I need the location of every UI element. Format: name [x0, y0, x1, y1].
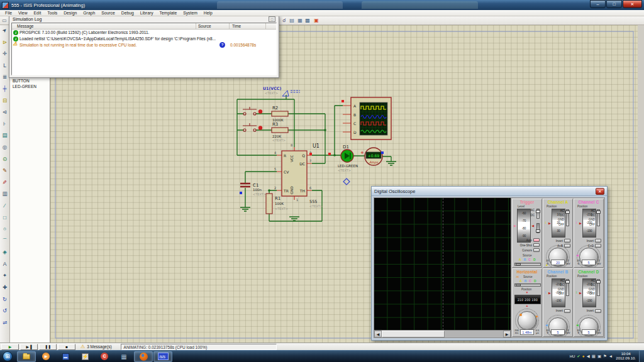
channel-c-invert-button[interactable] [595, 239, 601, 243]
oscilloscope-hscrollbar[interactable]: ◀ ▶ [374, 330, 511, 337]
find-component-icon[interactable]: ☌ [281, 18, 287, 24]
taskbar-winamp[interactable]: ⚡ [75, 351, 94, 362]
pause-button[interactable]: ❚❚ [39, 344, 57, 350]
text-script-icon[interactable]: ≣ [1, 73, 9, 81]
channel-b-coupling-slider[interactable] [566, 279, 569, 296]
generator-mode-icon[interactable]: ⊙ [1, 155, 9, 163]
tray-flag-icon[interactable]: ⚑ [603, 354, 607, 359]
stop-button[interactable]: ■ [58, 344, 75, 350]
tray-update-icon[interactable]: ● [582, 354, 585, 359]
channel-d-volts-per-div[interactable]: 5 [582, 329, 596, 335]
rotate-clockwise-icon[interactable]: ↻ [1, 295, 9, 304]
channel-a-invert-button[interactable] [564, 239, 570, 243]
tray-network-icon[interactable]: ▦ [592, 354, 596, 359]
maximize-button[interactable]: □ [606, 0, 622, 8]
taskbar-calculator[interactable]: ▦ [114, 351, 133, 362]
menu-help[interactable]: Help [201, 11, 216, 15]
component-mode-icon[interactable]: ⊳ [1, 38, 9, 47]
voltage-probe-icon[interactable]: ✎ [1, 167, 9, 175]
timebase-value[interactable]: 1.48m [520, 329, 534, 335]
buses-icon[interactable]: ╪ [1, 85, 9, 93]
oscilloscope-close-icon[interactable]: ✕ [596, 188, 604, 195]
channel-d-coupling-slider[interactable] [597, 279, 600, 296]
subcircuit-icon[interactable]: ⊟ [1, 97, 9, 105]
wire-label-icon[interactable]: L [1, 62, 9, 70]
channel-d-invert-button[interactable] [595, 309, 601, 313]
trigger-coupling-toggle[interactable] [536, 209, 540, 219]
erc-report-icon[interactable]: ▩ [304, 18, 311, 24]
mirror-icon[interactable]: ⇌ [1, 319, 9, 327]
trigger-edge-toggle[interactable] [536, 223, 540, 233]
play-button[interactable]: ▶ [1, 344, 19, 350]
auto-button[interactable] [533, 238, 540, 242]
tray-volume-icon[interactable]: ◀ [587, 354, 590, 359]
taskbar-media-player[interactable]: ▶ [36, 351, 55, 362]
cursors-button[interactable] [533, 248, 540, 252]
object-selector-item-button[interactable]: BUTTON [13, 78, 36, 84]
one-shot-button[interactable] [533, 243, 540, 247]
trigger-source-slider[interactable] [514, 263, 541, 266]
start-button[interactable]: ⊞ [3, 351, 13, 361]
current-probe-icon[interactable]: ✎ [1, 178, 9, 187]
2d-path-icon[interactable]: ◈ [1, 248, 9, 256]
marker-mode-icon[interactable]: ✚ [1, 283, 9, 292]
minimize-button[interactable]: – [590, 0, 606, 8]
2d-arc-icon[interactable]: ⌒ [1, 237, 9, 245]
message-count[interactable]: 3 Message(s) [87, 344, 111, 349]
taskbar-explorer[interactable] [17, 351, 36, 362]
show-desktop-button[interactable] [639, 351, 644, 362]
channel-a-coupling-slider[interactable] [566, 209, 569, 226]
menu-file[interactable]: File [2, 11, 15, 15]
column-source[interactable]: Source [198, 24, 211, 28]
channel-c-volts-per-div[interactable]: 5 [582, 260, 596, 265]
rotate-anticlockwise-icon[interactable]: ↺ [1, 307, 9, 315]
scroll-left-icon[interactable]: ◀ [374, 331, 382, 337]
menu-system[interactable]: System [180, 11, 201, 15]
taskbar-firefox[interactable] [134, 351, 153, 362]
channel-c-coupling-slider[interactable] [597, 209, 600, 226]
help-icon[interactable]: ? [219, 42, 225, 48]
close-button[interactable]: ✕ [623, 0, 642, 8]
channel-a-volts-per-div[interactable]: 20 [551, 260, 565, 265]
2d-box-icon[interactable]: □ [1, 214, 9, 222]
menu-source[interactable]: Source [98, 11, 118, 15]
netlist-icon[interactable]: ▦ [297, 18, 303, 24]
menu-library[interactable]: Library [137, 11, 157, 15]
tape-recorder-icon[interactable]: ◎ [1, 143, 9, 151]
taskbar-clock[interactable]: 10:04 2012.09.10. [616, 352, 636, 361]
tray-speaker-icon[interactable]: ◄ [609, 354, 613, 359]
junction-dot-icon[interactable]: ✛ [1, 50, 9, 58]
virtual-instruments-icon[interactable]: ▥ [1, 190, 9, 198]
menu-debug[interactable]: Debug [118, 11, 137, 15]
horizontal-position-dial[interactable]: 210 200 190 [514, 295, 541, 304]
taskbar-ccleaner[interactable]: C [95, 351, 114, 362]
oscilloscope-titlebar[interactable]: Digital Oscilloscope ✕ [372, 187, 607, 196]
scroll-thumb[interactable] [382, 331, 445, 337]
scroll-right-icon[interactable]: ▶ [503, 331, 511, 337]
menu-graph[interactable]: Graph [80, 11, 98, 15]
property-tool-icon[interactable]: ▤ [289, 18, 295, 24]
tray-status-icon[interactable]: ✔ [577, 354, 580, 359]
2d-line-icon[interactable]: ∕ [1, 202, 9, 210]
terminals-icon[interactable]: ⊲ [1, 108, 9, 116]
horizontal-source-slider[interactable] [514, 283, 541, 287]
column-message[interactable]: Message [17, 24, 33, 28]
channel-b-invert-button[interactable] [564, 309, 570, 313]
column-time[interactable]: Time [232, 24, 241, 28]
device-pins-icon[interactable]: ⊦ [1, 120, 9, 128]
simulation-log-detach-button[interactable]: □ [269, 16, 275, 22]
language-indicator[interactable]: HU [570, 354, 575, 358]
tray-window-icon[interactable]: ▣ [597, 354, 601, 359]
menu-tools[interactable]: Tools [44, 11, 60, 15]
channel-b-volts-per-div[interactable]: 5 [551, 329, 565, 335]
menu-edit[interactable]: Edit [31, 11, 45, 15]
object-selector-item-led-green[interactable]: LED-GREEN [13, 84, 36, 89]
menu-view[interactable]: View [15, 11, 31, 15]
graph-mode-icon[interactable]: ▤ [1, 131, 9, 140]
trigger-level-slider[interactable]: -60 -70 -80 -90 ▶◀ [517, 209, 531, 243]
menu-design[interactable]: Design [60, 11, 80, 15]
2d-circle-icon[interactable]: ○ [1, 225, 9, 233]
taskbar-isis[interactable]: isis [153, 351, 172, 362]
2d-text-icon[interactable]: A [1, 260, 9, 268]
taskbar-save-tool[interactable]: ▬ [56, 351, 75, 362]
